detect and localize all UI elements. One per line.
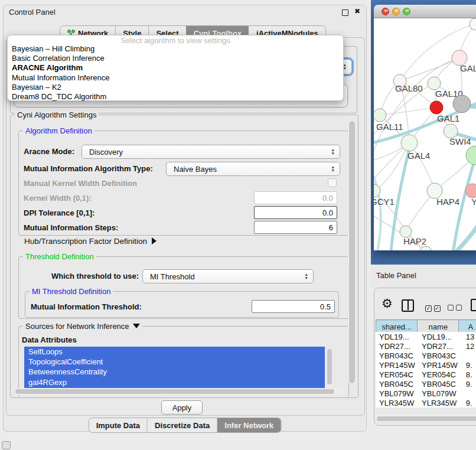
new-table-icon[interactable]	[471, 299, 476, 311]
tab-discretize-data[interactable]: Discretize Data	[147, 418, 217, 432]
table-cell[interactable]: 9.	[462, 360, 476, 370]
table-row[interactable]: YDR27...YDR27...12	[376, 341, 476, 351]
dropdown-item[interactable]: Dream8 DC_TDC Algorithm	[8, 92, 343, 102]
table-cell[interactable]: 12	[462, 341, 476, 351]
table-cell[interactable]: YBL079W	[376, 389, 418, 398]
table-cell[interactable]: YER054C	[418, 370, 462, 379]
attribute-list-item[interactable]: TopologicalCoefficient	[24, 357, 325, 367]
table-cell[interactable]: YDL19...	[376, 332, 418, 341]
table-cell[interactable]: YBR043C	[418, 351, 462, 360]
attribute-list-item[interactable]: SelfLoops	[24, 347, 325, 357]
float-window-icon[interactable]	[342, 9, 348, 16]
mi-threshold-group: MI Threshold Definition Mutual Informati…	[25, 291, 339, 318]
table-row[interactable]: YDL19...YDL19...13	[376, 332, 476, 341]
table-cell[interactable]	[462, 351, 476, 360]
zoom-window-icon[interactable]	[403, 8, 410, 15]
table-cell[interactable]: 9.	[462, 379, 476, 389]
table-row[interactable]: YER054CYER054C8.	[376, 370, 476, 379]
sources-toggle[interactable]: Sources for Network Inference	[23, 322, 142, 331]
aracne-mode-combobox[interactable]: Discovery ▲▼	[81, 145, 340, 159]
node-label: GAL80	[395, 83, 423, 93]
list-scrollbar[interactable]	[326, 348, 332, 387]
tab-label: Discretize Data	[155, 421, 210, 430]
application-root: Control Panel ✖ NetworkStyleSelectCyni T…	[0, 0, 476, 450]
network-node[interactable]	[453, 95, 471, 113]
which-threshold-combobox[interactable]: MI Threshold ▲▼	[142, 269, 314, 283]
table-row[interactable]: YPR145WYPR145W9.	[376, 360, 476, 370]
close-window-icon[interactable]	[382, 8, 389, 15]
table-horizontal-scrollbar[interactable]	[376, 415, 476, 422]
table-cell[interactable]: YBL079W	[418, 389, 462, 398]
table-cell[interactable]: YER054C	[376, 370, 418, 379]
table-cell[interactable]	[462, 389, 476, 398]
dropdown-item[interactable]: Bayesian – K2	[8, 83, 343, 92]
network-canvas[interactable]: GALGAL80GAL10GAL1GAL11SWI4GAL4GCY1HAP4YH…	[374, 18, 476, 250]
mi-type-combobox[interactable]: Naive Bayes ▲▼	[166, 162, 340, 176]
table-cell[interactable]: YDL19...	[418, 332, 462, 341]
mi-steps-label: Mutual Information Steps:	[24, 223, 118, 232]
network-node[interactable]	[466, 146, 476, 165]
table-cell[interactable]: YBR043C	[376, 351, 418, 360]
show-columns-icon[interactable]: ✓ ✓	[425, 303, 441, 312]
network-edge	[380, 107, 436, 115]
close-icon[interactable]: ✖	[354, 7, 360, 15]
dropdown-item[interactable]: Bayesian – Hill Climbing	[8, 44, 343, 54]
kernel-width-field[interactable]: 0.0	[254, 191, 337, 204]
gear-icon[interactable]: ⚙	[382, 296, 393, 311]
node-label: GAL1	[437, 113, 459, 123]
network-node-hap2[interactable]	[400, 226, 412, 237]
table-row[interactable]: YBR045CYBR045C9.	[376, 379, 476, 389]
manual-kernel-checkbox[interactable]	[328, 178, 337, 187]
tab-impute-data[interactable]: Impute Data	[89, 418, 147, 432]
mi-threshold-field[interactable]: 0.5	[252, 300, 335, 313]
table-panel-header: Table Panel	[371, 265, 476, 288]
node-label: GAL	[460, 63, 476, 73]
network-node[interactable]	[470, 18, 476, 30]
table-cell[interactable]: 9.	[462, 398, 476, 407]
table-row[interactable]: YBL079WYBL079W	[376, 389, 476, 398]
network-node-gal4[interactable]	[401, 135, 418, 151]
horizontal-scrollbar[interactable]	[14, 388, 345, 395]
network-window-titlebar[interactable]	[374, 5, 476, 18]
table-cell[interactable]: YBR045C	[376, 379, 418, 389]
network-edge-highlighted	[374, 167, 381, 250]
columns-icon[interactable]	[402, 299, 414, 312]
combobox-stepper-icon: ▲▼	[331, 165, 335, 172]
attribute-list-item[interactable]: gal4RGexp	[24, 377, 325, 387]
network-node-gal11[interactable]	[374, 109, 386, 122]
collapsed-panel-icon[interactable]	[2, 441, 11, 449]
table-cell[interactable]: YDR27...	[376, 341, 418, 351]
table-cell[interactable]: YPR145W	[418, 360, 462, 370]
apply-button[interactable]: Apply	[161, 400, 203, 415]
dropdown-prompt: Select algorithm to view settings	[8, 36, 343, 44]
table-cell[interactable]: YPR145W	[376, 360, 418, 370]
hide-columns-icon[interactable]	[448, 304, 462, 312]
table-cell[interactable]: YLR345W	[376, 398, 418, 407]
table-cell[interactable]: YLR345W	[418, 398, 462, 407]
vertical-scrollbar[interactable]	[348, 120, 356, 384]
table-cell[interactable]: YBR045C	[418, 379, 462, 389]
table-cell[interactable]: 8.	[462, 370, 476, 379]
network-node-gal1[interactable]	[430, 101, 443, 114]
threshold-definition-group: Threshold Definition Which threshold to …	[18, 256, 349, 319]
mi-steps-field[interactable]: 6	[254, 221, 337, 234]
attribute-list-item[interactable]: BetweennessCentrality	[24, 367, 325, 377]
control-panel-window: Control Panel ✖ NetworkStyleSelectCyni T…	[3, 5, 367, 432]
kernel-width-label: Kernel Width (0,1):	[24, 194, 92, 203]
tab-infer-network[interactable]: Infer Network	[217, 418, 281, 432]
hub-definition-toggle[interactable]: Hub/Transcription Factor Definition	[24, 237, 157, 246]
table-cell[interactable]: 13	[462, 332, 476, 341]
tab-label: Infer Network	[224, 421, 273, 430]
table-cell[interactable]: YDR27...	[418, 341, 462, 351]
mi-threshold-value: 0.5	[320, 302, 331, 311]
dropdown-item[interactable]: Basic Correlation Inference	[8, 54, 343, 63]
node-label: Y	[471, 197, 476, 207]
table-row[interactable]: YBR043CYBR043C	[376, 351, 476, 360]
dpi-tolerance-field[interactable]: 0.0	[254, 206, 337, 219]
table-row[interactable]: YLR345WYLR345W9.	[376, 398, 476, 407]
expand-right-icon	[152, 237, 157, 244]
network-node-gal10[interactable]	[428, 77, 441, 90]
dropdown-item[interactable]: ARACNE Algorithm	[8, 63, 343, 73]
minimize-window-icon[interactable]	[392, 8, 400, 15]
dropdown-item[interactable]: Mutual Information Inference	[8, 73, 343, 83]
